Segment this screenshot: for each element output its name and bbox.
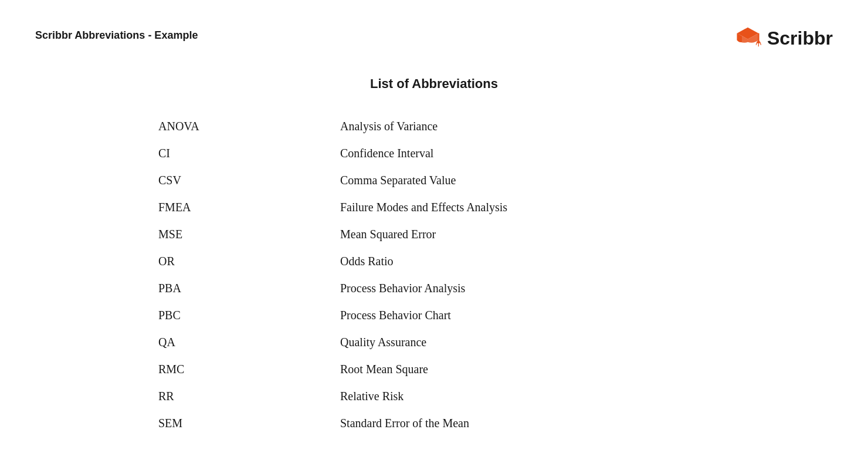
table-row: QAQuality Assurance xyxy=(111,329,757,356)
header: Scribbr Abbreviations - Example xyxy=(35,23,833,53)
scribbr-logo-icon xyxy=(733,23,762,53)
svg-line-5 xyxy=(760,42,761,45)
abbreviation-code: QA xyxy=(111,329,317,356)
main-content: List of Abbreviations ANOVAAnalysis of V… xyxy=(35,76,833,437)
abbreviation-full: Standard Error of the Mean xyxy=(317,410,757,437)
abbreviation-code: RR xyxy=(111,383,317,410)
table-row: PBAProcess Behavior Analysis xyxy=(111,275,757,302)
table-row: OROdds Ratio xyxy=(111,248,757,275)
abbreviation-code: PBC xyxy=(111,302,317,329)
abbreviation-full: Process Behavior Chart xyxy=(317,302,757,329)
abbreviation-full: Analysis of Variance xyxy=(317,113,757,140)
abbreviation-code: FMEA xyxy=(111,194,317,221)
list-title: List of Abbreviations xyxy=(370,76,498,92)
abbreviation-code: CSV xyxy=(111,167,317,194)
abbreviation-full: Comma Separated Value xyxy=(317,167,757,194)
abbreviation-full: Root Mean Square xyxy=(317,356,757,383)
abbreviations-table: ANOVAAnalysis of VarianceCIConfidence In… xyxy=(111,113,757,437)
abbreviation-full: Quality Assurance xyxy=(317,329,757,356)
table-row: RRRelative Risk xyxy=(111,383,757,410)
abbreviation-code: MSE xyxy=(111,221,317,248)
abbreviation-code: ANOVA xyxy=(111,113,317,140)
abbreviation-full: Relative Risk xyxy=(317,383,757,410)
abbreviation-full: Mean Squared Error xyxy=(317,221,757,248)
abbreviation-full: Confidence Interval xyxy=(317,140,757,167)
table-row: ANOVAAnalysis of Variance xyxy=(111,113,757,140)
abbreviation-full: Odds Ratio xyxy=(317,248,757,275)
abbreviation-code: SEM xyxy=(111,410,317,437)
table-row: RMCRoot Mean Square xyxy=(111,356,757,383)
table-row: PBCProcess Behavior Chart xyxy=(111,302,757,329)
abbreviation-code: PBA xyxy=(111,275,317,302)
abbreviation-code: OR xyxy=(111,248,317,275)
table-row: CIConfidence Interval xyxy=(111,140,757,167)
page-container: Scribbr Abbreviations - Example xyxy=(0,0,868,453)
svg-point-2 xyxy=(757,40,760,43)
abbreviation-code: CI xyxy=(111,140,317,167)
scribbr-logo-text: Scribbr xyxy=(767,28,833,49)
scribbr-logo: Scribbr xyxy=(733,23,833,53)
svg-line-3 xyxy=(756,42,757,45)
abbreviation-full: Process Behavior Analysis xyxy=(317,275,757,302)
table-row: CSVComma Separated Value xyxy=(111,167,757,194)
doc-title: Scribbr Abbreviations - Example xyxy=(35,23,198,42)
table-row: MSEMean Squared Error xyxy=(111,221,757,248)
abbreviation-code: RMC xyxy=(111,356,317,383)
abbreviation-full: Failure Modes and Effects Analysis xyxy=(317,194,757,221)
table-row: SEMStandard Error of the Mean xyxy=(111,410,757,437)
table-row: FMEAFailure Modes and Effects Analysis xyxy=(111,194,757,221)
